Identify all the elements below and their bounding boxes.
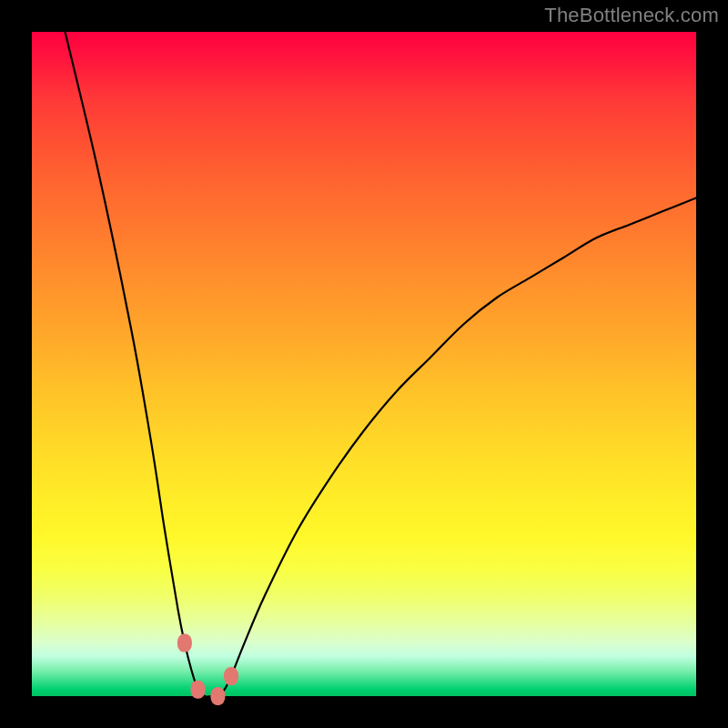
- optimal-marker: [177, 634, 192, 652]
- plot-area: [32, 32, 696, 696]
- optimal-marker: [210, 687, 225, 705]
- chart-frame: TheBottleneck.com: [0, 0, 728, 728]
- curve-svg: [32, 32, 696, 696]
- watermark-label: TheBottleneck.com: [544, 4, 719, 27]
- optimal-zone-markers: [177, 634, 238, 705]
- bottleneck-curve: [66, 32, 697, 697]
- optimal-marker: [191, 681, 206, 699]
- optimal-marker: [224, 667, 238, 685]
